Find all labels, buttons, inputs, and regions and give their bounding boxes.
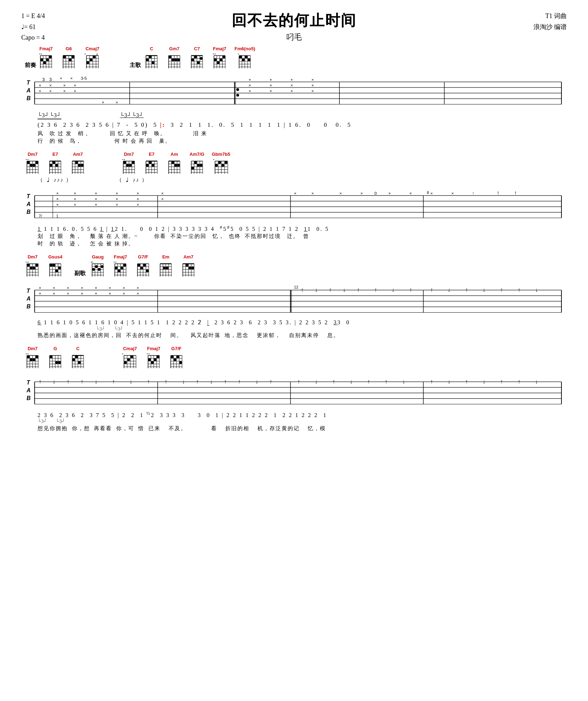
svg-point-268 xyxy=(225,161,227,164)
chord-diagram-fmaj7-2: ×× xyxy=(212,52,227,69)
svg-text:×: × xyxy=(249,83,251,88)
svg-text:↑: ↑ xyxy=(298,378,300,384)
svg-point-53 xyxy=(146,58,149,61)
svg-point-343 xyxy=(58,267,61,269)
svg-text:×: × xyxy=(213,158,215,161)
chord-cmaj7: Cmaj7 × 6 xyxy=(84,46,101,69)
chord-am7: Am7 xyxy=(70,152,86,175)
svg-text:×: × xyxy=(39,83,41,88)
chord-am7-2: Am7 xyxy=(181,254,196,277)
chord-am: Am xyxy=(166,152,182,175)
svg-text:↓: ↓ xyxy=(402,378,405,384)
tempo-info: ♩= 61 xyxy=(21,22,45,33)
svg-text:×: × xyxy=(270,83,272,88)
svg-text:×: × xyxy=(63,83,66,88)
svg-text:2♭: 2♭ xyxy=(91,261,94,264)
svg-point-112 xyxy=(245,56,248,58)
svg-text:↑: ↑ xyxy=(39,378,41,384)
svg-text:×: × xyxy=(116,202,118,207)
chord-dm7-svg: ×× xyxy=(25,158,40,175)
svg-text:×: × xyxy=(311,77,314,82)
svg-text:×: × xyxy=(311,191,314,196)
notation-numbers-3: 6 1 1 6 1 0 5 6 1 1 6 1 0 4 | 5 1 1 5 1 … xyxy=(38,319,563,326)
svg-text:×: × xyxy=(123,286,125,291)
svg-point-341 xyxy=(52,264,55,267)
svg-text:3: 3 xyxy=(42,77,45,82)
section-chorus: Dm7 ×× xyxy=(25,254,563,339)
svg-text:7/: 7/ xyxy=(39,213,42,218)
svg-text:×: × xyxy=(109,291,111,296)
svg-text:×: × xyxy=(95,196,97,201)
svg-point-183 xyxy=(50,164,52,167)
title-area: 回不去的何止时间 叼毛 xyxy=(21,11,567,42)
chord-dm7: Dm7 ×× xyxy=(25,152,40,175)
chord-dm7-3: Dm7 ×× xyxy=(25,254,40,277)
svg-point-170 xyxy=(30,164,33,167)
svg-text:×: × xyxy=(123,291,125,296)
svg-point-527 xyxy=(154,358,157,361)
svg-text:×: × xyxy=(84,52,86,56)
svg-text:A: A xyxy=(26,387,30,393)
svg-text:×: × xyxy=(95,286,97,291)
svg-text:↓: ↓ xyxy=(535,287,538,293)
svg-text:×: × xyxy=(56,196,59,201)
svg-point-198 xyxy=(81,164,84,167)
svg-text:×: × xyxy=(294,191,296,196)
svg-text:××: ×× xyxy=(113,261,117,264)
chord-diagram-c7 xyxy=(189,52,205,69)
chord-gaug: Gaug 2♭ xyxy=(90,254,106,277)
svg-point-40 xyxy=(86,61,89,64)
svg-point-197 xyxy=(78,164,81,167)
notation-numbers-4: 2 3 6 2 3 6 2 3 7 5 5 | 2 2 1 ½2 3 3 3 3… xyxy=(38,411,563,418)
svg-text:↑: ↑ xyxy=(430,378,433,384)
svg-text:××: ×× xyxy=(39,52,43,56)
svg-point-340 xyxy=(50,264,52,267)
svg-point-110 xyxy=(239,56,242,58)
svg-text:↓: ↓ xyxy=(53,378,56,384)
svg-point-26 xyxy=(69,58,72,61)
svg-text:↑: ↑ xyxy=(112,378,115,384)
svg-text:↑: ↑ xyxy=(385,378,388,384)
svg-point-265 xyxy=(215,164,218,167)
svg-text:↑: ↑ xyxy=(500,378,503,384)
svg-point-540 xyxy=(174,358,176,361)
svg-point-357 xyxy=(98,268,101,271)
svg-point-370 xyxy=(115,267,118,269)
svg-point-224 xyxy=(146,164,149,167)
svg-text:↑: ↑ xyxy=(367,378,370,384)
svg-text:×: × xyxy=(361,191,363,196)
svg-point-387 xyxy=(146,269,149,272)
svg-point-371 xyxy=(118,269,120,272)
svg-text:×: × xyxy=(122,352,124,355)
chord-fmaj7: Fmaj7 ×× xyxy=(38,46,54,69)
svg-text:↑: ↑ xyxy=(301,287,304,293)
chord-e7-2: E7 xyxy=(144,152,159,175)
svg-point-196 xyxy=(75,161,78,164)
svg-point-541 xyxy=(176,355,179,358)
svg-text:↓: ↓ xyxy=(535,378,538,384)
svg-text:×: × xyxy=(137,191,139,196)
svg-text:↑: ↑ xyxy=(465,378,468,384)
svg-text:↑: ↑ xyxy=(333,378,335,384)
svg-text:××: ×× xyxy=(213,52,216,56)
svg-point-169 xyxy=(27,161,30,164)
credits-line2: 浪淘沙 编谱 xyxy=(533,22,567,33)
svg-text:×: × xyxy=(270,89,272,93)
svg-text:↓: ↓ xyxy=(130,378,132,384)
svg-point-81 xyxy=(194,56,197,58)
svg-point-13 xyxy=(46,58,49,61)
svg-text:×: × xyxy=(270,77,272,82)
svg-point-513 xyxy=(130,355,133,358)
chord-g7f: G7/F xyxy=(135,254,151,277)
svg-point-184 xyxy=(52,161,55,164)
svg-text:↑: ↑ xyxy=(374,287,377,293)
svg-text:×: × xyxy=(39,286,41,291)
svg-text:×: × xyxy=(137,291,139,296)
chord-diagram-cmaj7: × 6 xyxy=(84,52,101,69)
svg-text:×: × xyxy=(74,191,76,196)
svg-point-384 xyxy=(137,264,140,267)
svg-point-129 xyxy=(236,88,239,91)
svg-text:↑: ↑ xyxy=(465,287,468,293)
svg-text:×: × xyxy=(137,202,139,207)
svg-point-11 xyxy=(40,58,43,61)
